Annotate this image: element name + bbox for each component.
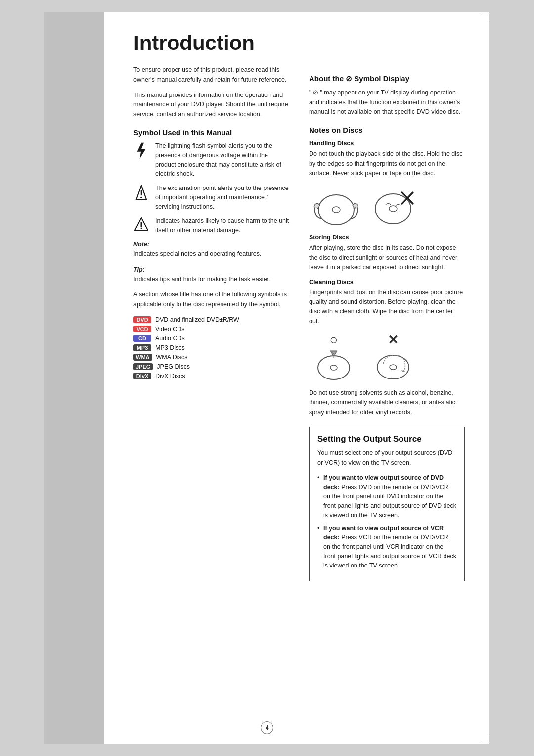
note-block: Note: Indicates special notes and operat… xyxy=(134,240,289,259)
svg-point-15 xyxy=(377,355,409,379)
hazard-icon xyxy=(134,217,149,231)
storing-discs-text: After playing, store the disc in its cas… xyxy=(309,243,465,272)
right-column: About the ⊘ Symbol Display " ⊘ " may app… xyxy=(309,65,465,581)
bad-disc-image xyxy=(368,185,418,227)
solvents-text: Do not use strong solvents such as alcoh… xyxy=(309,388,465,417)
tip-block: Tip: Indicates tips and hints for making… xyxy=(134,265,289,284)
handling-disc-images xyxy=(309,185,465,227)
cleaning-discs-text: Fingerprints and dust on the disc can ca… xyxy=(309,288,465,327)
handling-discs-title: Handling Discs xyxy=(309,140,465,147)
manual-page: Introduction To ensure proper use of thi… xyxy=(44,12,490,744)
hazard-symbol-row: Indicates hazards likely to cause harm t… xyxy=(134,216,289,235)
svg-point-6 xyxy=(141,228,142,229)
svg-marker-0 xyxy=(137,143,146,159)
badge-dvd: DVD xyxy=(134,316,151,323)
output-source-intro: You must select one of your output sourc… xyxy=(317,448,456,468)
dvd-output-item: If you want to view output source of DVD… xyxy=(317,473,456,520)
badge-mp3-text: MP3 Discs xyxy=(155,344,185,351)
badge-row-vcd: VCD Video CDs xyxy=(134,326,289,332)
badge-jpeg-text: JPEG Discs xyxy=(157,363,190,370)
handling-discs-text: Do not touch the playback side of the di… xyxy=(309,149,465,178)
exclamation-icon xyxy=(134,185,149,201)
cleaning-discs-title: Cleaning Discs xyxy=(309,279,465,285)
badge-mp3: MP3 xyxy=(134,344,151,351)
vcr-output-text: Press VCR on the remote or DVD/VCR on th… xyxy=(323,534,456,568)
bad-cleaning-x: ✕ xyxy=(388,333,399,346)
symbol-section-title: Symbol Used in this Manual xyxy=(134,128,289,137)
lightning-icon xyxy=(134,142,149,159)
two-column-layout: To ensure proper use of this product, pl… xyxy=(134,65,465,581)
svg-point-3 xyxy=(140,197,142,198)
lightning-text: The lightning flash symbol alerts you to… xyxy=(155,142,289,179)
output-source-box: Setting the Output Source You must selec… xyxy=(309,427,465,581)
symbol-section-para: A section whose title has one of the fol… xyxy=(134,290,289,309)
badge-wma: WMA xyxy=(134,354,152,361)
svg-point-10 xyxy=(389,206,397,212)
svg-point-13 xyxy=(318,356,350,379)
badge-cd: CD xyxy=(134,335,151,342)
badge-row-mp3: MP3 MP3 Discs xyxy=(134,344,289,351)
vcr-output-item: If you want to view output source of VCR… xyxy=(317,524,456,570)
badge-row-divx: DivX DivX Discs xyxy=(134,373,289,379)
left-column: To ensure proper use of this product, pl… xyxy=(134,65,289,581)
dvd-output-text: Press DVD on the remote or DVD/VCR on th… xyxy=(323,484,456,519)
badge-divx-text: DivX Discs xyxy=(155,373,185,379)
exclamation-text: The exclamation point alerts you to the … xyxy=(155,184,289,211)
about-symbol-text: " ⊘ " may appear on your TV display duri… xyxy=(309,88,465,117)
note-text: Indicates special notes and operating fe… xyxy=(134,250,262,257)
badge-row-dvd: DVD DVD and finalized DVD±R/RW xyxy=(134,316,289,323)
badge-jpeg: JPEG xyxy=(134,363,153,370)
storing-discs-title: Storing Discs xyxy=(309,234,465,241)
notes-on-discs-title: Notes on Discs xyxy=(309,126,465,134)
good-cleaning-wrap: ○ xyxy=(309,333,358,381)
lightning-symbol-row: The lightning flash symbol alerts you to… xyxy=(134,142,289,179)
badge-divx: DivX xyxy=(134,373,151,379)
content-area: Introduction To ensure proper use of thi… xyxy=(134,32,465,581)
tip-label: Tip: xyxy=(134,266,145,273)
bad-cleaning-wrap: ✕ xyxy=(368,333,418,381)
good-disc-image xyxy=(309,185,358,227)
tip-text: Indicates tips and hints for making the … xyxy=(134,276,270,283)
page-number: 4 xyxy=(261,721,273,734)
corner-mark-br xyxy=(480,734,490,744)
note-label: Note: xyxy=(134,241,149,248)
badge-wma-text: WMA Discs xyxy=(156,354,188,361)
svg-point-7 xyxy=(318,195,354,225)
svg-point-8 xyxy=(332,207,340,213)
disc-badges: DVD DVD and finalized DVD±R/RW VCD Video… xyxy=(134,316,289,379)
page-title: Introduction xyxy=(134,32,465,54)
svg-point-14 xyxy=(330,365,337,370)
sidebar-bar xyxy=(44,12,104,744)
good-cleaning-circle: ○ xyxy=(330,333,338,347)
badge-row-jpeg: JPEG JPEG Discs xyxy=(134,363,289,370)
badge-vcd: VCD xyxy=(134,326,151,332)
svg-rect-5 xyxy=(141,222,142,227)
badge-row-cd: CD Audio CDs xyxy=(134,335,289,342)
badge-vcd-text: Video CDs xyxy=(155,326,185,332)
badge-cd-text: Audio CDs xyxy=(155,335,185,342)
cleaning-disc-images: ○ xyxy=(309,333,465,381)
badge-row-wma: WMA WMA Discs xyxy=(134,354,289,361)
badge-dvd-text: DVD and finalized DVD±R/RW xyxy=(155,316,239,323)
svg-rect-2 xyxy=(141,190,142,195)
exclamation-symbol-row: The exclamation point alerts you to the … xyxy=(134,184,289,211)
svg-point-9 xyxy=(375,194,411,224)
intro-paragraph-2: This manual provides information on the … xyxy=(134,91,289,119)
hazard-text: Indicates hazards likely to cause harm t… xyxy=(155,216,289,235)
output-source-title: Setting the Output Source xyxy=(317,434,456,444)
about-symbol-title: About the ⊘ Symbol Display xyxy=(309,74,465,83)
corner-mark-tr xyxy=(480,12,490,22)
svg-point-16 xyxy=(390,365,397,370)
intro-paragraph-1: To ensure proper use of this product, pl… xyxy=(134,65,289,85)
